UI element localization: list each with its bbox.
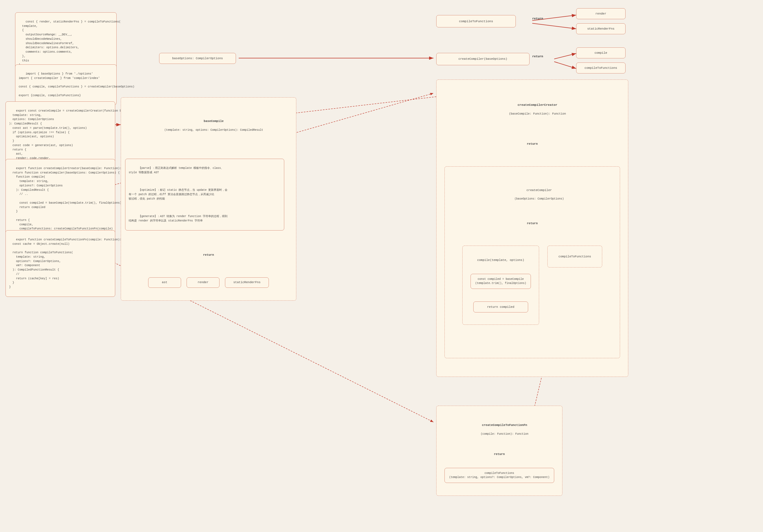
return-label-cc: return [532,55,543,58]
compileToFunctions-right-node: compileToFunctions [576,62,625,73]
return-label-ctff: return [441,452,558,457]
ast-box: ast [148,277,181,288]
compileToFunctions-top-node: compileToFunctions [436,15,516,28]
createCompileToFunctionFn-node: createCompileToFunctionFn (compile: Func… [436,406,562,496]
baseCompile-subtitle: (template: string, options: CompilerOpti… [164,129,263,132]
staticRenderFns-box-1-label: staticRenderFns [233,280,260,285]
return-label-ccc: return [442,142,622,146]
staticRenderFns-top-node: staticRenderFns [576,23,625,34]
staticRenderFns-top-label: staticRenderFns [587,27,614,31]
ast-label: ast [162,280,167,285]
return-label-ctf: return [532,17,543,20]
render-top-label: render [596,12,606,16]
compile-inner-title: compile(template, options) [466,258,536,263]
annotation-optimize: 【optimize】：标记 static 静态节点，当 update 更新界面时… [129,189,227,200]
compileToFunctions-full-box: compileToFunctions (template: string, op… [444,468,554,483]
createCompilerCreator-outer: createCompilerCreator (baseCompile: Func… [436,79,628,377]
const-compiled-label: const compiled = baseCompile (template.t… [475,277,526,285]
code-box-2: import { baseOptions } from './options' … [15,64,117,105]
return-compiled-box: return compiled [473,302,528,312]
compile-right-node: compile [576,47,625,58]
createCompiler-inner-box: createCompiler (baseOptions: CompilerOpt… [444,166,620,358]
baseOptions-label: baseOptions: CompilerOptions [172,56,223,61]
ccc-subtitle: (baseCompile: Function): Function [509,112,566,115]
code-box-5: export function createCompileToFunctionF… [6,230,115,297]
ctff-subtitle: (compile: Function): Function [481,432,528,435]
render-top-node: render [576,8,625,19]
compileToFunctions-full-label: compileToFunctions (template: string, op… [449,471,550,480]
baseCompile-title: baseCompile [204,120,224,123]
compile-inner-outer: compile(template, options) const compile… [462,246,539,325]
annotation-parse: 【parse】：用正则表达式解析 template 模板中的指令、class、 … [129,167,224,174]
return-label-base: return [125,253,292,257]
compileToFunctions-top-label: compileToFunctions [459,19,493,24]
render-box-1: render [186,277,219,288]
compile-right-label: compile [595,51,607,55]
baseOptions-node: baseOptions: CompilerOptions [159,53,236,64]
annotation-box: 【parse】：用正则表达式解析 template 模板中的指令、class、 … [125,159,284,230]
compileToFunctions-inner-label: compileToFunctions [559,254,591,259]
annotation-generate: 【generate】：AST 转换为 render function 字符串的过… [129,215,227,222]
compileToFunctions-right-label: compileToFunctions [585,66,617,70]
ccc-title: createCompilerCreator [517,103,557,107]
createCompiler-inner-title: createCompiler [526,189,552,192]
return-compiled-label: return compiled [487,305,514,310]
svg-line-8 [554,53,576,59]
createCompiler-baseOptions-label: createCompiler(baseOptions) [459,57,507,61]
render-box-1-label: render [197,280,208,285]
code-box-2-text: import { baseOptions } from './options' … [19,72,135,97]
return-label-ci: return [449,221,616,226]
compileToFunctions-inner-box: compileToFunctions [547,246,602,268]
createCompiler-baseOptions-node: createCompiler(baseOptions) [436,53,529,65]
svg-line-9 [554,62,576,68]
baseCompile-node: baseCompile (template: string, options: … [121,97,296,301]
staticRenderFns-box-1: staticRenderFns [225,277,269,288]
diagram-container: const { render, staticRenderFns } = comp… [0,0,763,532]
svg-line-7 [532,23,576,29]
createCompiler-inner-subtitle: (baseOptions: CompilerOptions) [514,197,564,200]
code-box-1-text: const { render, staticRenderFns } = comp… [19,20,121,67]
const-compiled-box: const compiled = baseCompile (template.t… [471,274,531,289]
ctff-title: createCompileToFunctionFn [482,423,527,427]
